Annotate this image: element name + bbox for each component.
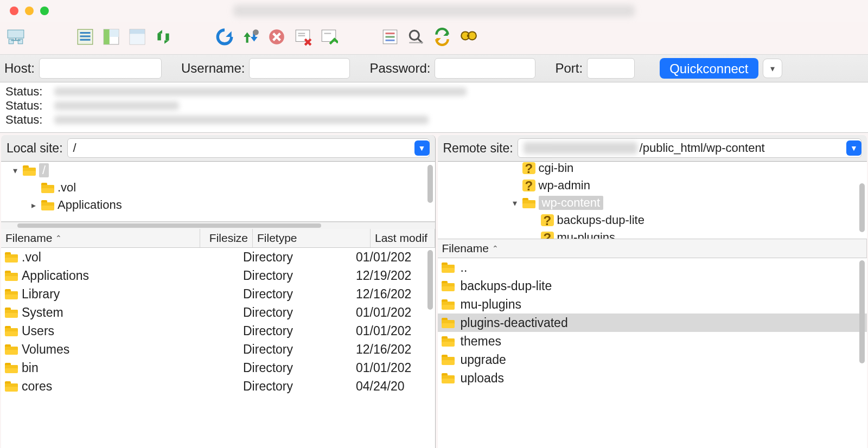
folder-icon [5, 363, 18, 373]
local-file-header[interactable]: Filename⌃ Filesize Filetype Last modif [1, 229, 435, 248]
file-row[interactable]: UsersDirectory01/01/202 [1, 322, 435, 340]
svg-rect-10 [104, 29, 110, 44]
port-label: Port: [555, 61, 583, 76]
scrollbar-vertical[interactable] [859, 260, 865, 363]
local-path-combo[interactable]: / [67, 138, 430, 158]
log-status-label: Status: [5, 113, 54, 127]
svg-point-36 [468, 31, 476, 40]
queue-icon[interactable] [380, 27, 400, 47]
local-path-dropdown[interactable]: ▼ [414, 140, 430, 156]
unknown-folder-icon: ? [541, 215, 554, 226]
local-path-value: / [73, 141, 76, 155]
sort-asc-icon: ⌃ [55, 234, 62, 242]
disconnect-icon[interactable] [292, 27, 313, 47]
svg-rect-15 [157, 34, 161, 41]
folder-icon [5, 308, 18, 318]
split-toggle-icon[interactable] [127, 27, 148, 47]
username-label: Username: [181, 61, 245, 76]
file-row[interactable]: LibraryDirectory12/16/202 [1, 285, 435, 303]
header-lastmod[interactable]: Last modif [371, 229, 435, 247]
folder-icon [23, 165, 36, 176]
refresh-icon[interactable] [214, 27, 235, 47]
message-log[interactable]: Status: Status: Status: [0, 82, 868, 133]
header-filetype[interactable]: Filetype [253, 229, 371, 247]
scrollbar-vertical[interactable] [427, 250, 433, 310]
quickconnect-history-dropdown[interactable]: ▾ [763, 59, 782, 78]
site-manager-icon[interactable] [5, 27, 26, 47]
log-toggle-icon[interactable] [75, 27, 95, 47]
local-directory-tree[interactable]: ▾/.vol▸Applications [1, 162, 435, 222]
reconnect-icon[interactable] [318, 27, 339, 47]
sort-asc-icon: ⌃ [492, 244, 499, 253]
tree-item[interactable]: .vol [1, 179, 435, 196]
folder-icon [442, 373, 455, 383]
password-label: Password: [369, 61, 430, 76]
log-status-label: Status: [5, 99, 54, 113]
file-row[interactable]: themes [438, 332, 867, 350]
window-close-button[interactable] [10, 7, 18, 15]
file-row[interactable]: uploads [438, 369, 867, 387]
file-row[interactable]: VolumesDirectory12/16/202 [1, 340, 435, 359]
scrollbar-vertical[interactable] [859, 183, 865, 232]
file-row[interactable]: .volDirectory01/01/202 [1, 248, 435, 266]
remote-path-dropdown[interactable]: ▼ [846, 140, 861, 156]
folder-icon [5, 326, 18, 336]
remote-file-list[interactable]: ..backups-dup-litemu-pluginsplugins-deac… [438, 258, 867, 448]
log-status-label: Status: [5, 85, 54, 99]
unknown-folder-icon: ? [541, 232, 554, 239]
folder-icon [442, 355, 455, 365]
tree-item[interactable]: ?cgi-bin [438, 162, 867, 177]
port-input[interactable] [587, 58, 635, 79]
tree-item[interactable]: ?backups-dup-lite [438, 212, 867, 229]
tree-item[interactable]: ?mu-plugins [438, 229, 867, 239]
file-row[interactable]: upgrade [438, 350, 867, 369]
file-row[interactable]: backups-dup-lite [438, 277, 867, 295]
unknown-folder-icon: ? [522, 163, 535, 174]
local-file-list[interactable]: .volDirectory01/01/202ApplicationsDirect… [1, 248, 435, 448]
remote-file-header[interactable]: Filename⌃ [438, 239, 867, 258]
tree-item[interactable]: ▸Applications [1, 196, 435, 214]
file-row[interactable]: plugins-deactivated [438, 313, 867, 332]
compare-icon[interactable] [432, 27, 452, 47]
find-icon[interactable] [458, 27, 478, 47]
header-filename[interactable]: Filename⌃ [438, 239, 867, 258]
password-input[interactable] [435, 58, 535, 79]
file-row[interactable]: mu-plugins [438, 295, 867, 313]
disclosure-icon[interactable]: ▾ [11, 165, 20, 176]
tree-item[interactable]: ▾wp-content [438, 194, 867, 212]
quickconnect-button[interactable]: Quickconnect [660, 58, 758, 79]
svg-rect-16 [165, 34, 169, 41]
window-zoom-button[interactable] [40, 7, 49, 15]
filter-icon[interactable] [406, 27, 426, 47]
scrollbar-horizontal[interactable] [1, 222, 435, 229]
cancel-icon[interactable] [266, 27, 287, 47]
folder-icon [442, 281, 455, 291]
sync-icon[interactable] [153, 27, 174, 47]
remote-path-combo[interactable]: /public_html/wp-content [518, 138, 861, 158]
file-row[interactable]: ApplicationsDirectory12/19/202 [1, 266, 435, 285]
file-row[interactable]: coresDirectory04/24/20 [1, 377, 435, 395]
svg-rect-37 [467, 35, 469, 37]
window-title [233, 5, 635, 17]
tree-item[interactable]: ▾/ [1, 162, 435, 179]
tree-toggle-icon[interactable] [101, 27, 122, 47]
folder-icon [5, 344, 18, 355]
disclosure-icon[interactable]: ▾ [510, 198, 519, 208]
header-filename[interactable]: Filename⌃ [1, 229, 200, 247]
header-filesize[interactable]: Filesize [200, 229, 253, 247]
username-input[interactable] [249, 58, 350, 79]
host-input[interactable] [39, 58, 162, 79]
window-minimize-button[interactable] [25, 7, 34, 15]
local-panel: Local site: / ▼ ▾/.vol▸Applications File… [1, 135, 436, 448]
remote-directory-tree[interactable]: ?cgi-bin?wp-admin▾wp-content?backups-dup… [438, 162, 867, 239]
process-icon[interactable] [240, 27, 261, 47]
svg-point-17 [253, 29, 259, 35]
tree-item[interactable]: ?wp-admin [438, 177, 867, 194]
folder-icon [5, 271, 18, 281]
file-row[interactable]: .. [438, 258, 867, 277]
scrollbar-vertical[interactable] [427, 165, 433, 203]
file-row[interactable]: binDirectory01/01/202 [1, 359, 435, 377]
file-row[interactable]: SystemDirectory01/01/202 [1, 303, 435, 322]
disclosure-icon[interactable]: ▸ [29, 200, 38, 210]
folder-icon [41, 183, 54, 193]
